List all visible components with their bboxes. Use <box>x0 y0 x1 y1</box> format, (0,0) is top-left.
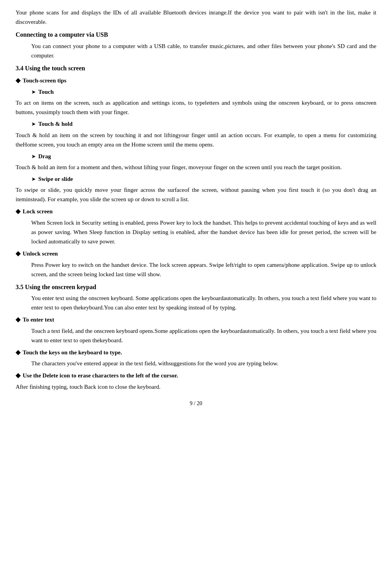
page-content: Your phone scans for and displays the ID… <box>16 8 376 408</box>
use-delete-heading: ◆ Use the Delete icon to erase character… <box>16 370 376 381</box>
lock-screen-text: When Screen lock in Security setting is … <box>31 218 376 246</box>
unlock-screen-label: Unlock screen <box>23 249 58 258</box>
to-enter-text-body: Touch a text field, and the onscreen key… <box>31 326 376 345</box>
touch-hold-label: Touch & hold <box>38 119 73 129</box>
diamond-icon-1: ◆ <box>16 75 20 86</box>
lock-screen-label: Lock screen <box>23 207 53 216</box>
intro-paragraph: Your phone scans for and displays the ID… <box>16 8 376 27</box>
use-delete-text: After finishing typing, touch Back icon … <box>16 382 376 391</box>
arrow-icon-3: ➤ <box>31 152 36 161</box>
touch-hold-arrow-item: ➤ Touch & hold <box>31 119 376 129</box>
touch-arrow-item: ➤ Touch <box>31 87 376 97</box>
arrow-icon-2: ➤ <box>31 120 36 129</box>
to-enter-text-heading: ◆ To enter text <box>16 315 376 325</box>
touch-keys-text: The characters you've entered appear in … <box>31 359 376 368</box>
touch-screen-tips-heading: ◆ Touch-screen tips <box>16 75 376 86</box>
unlock-screen-text: Press Power key to switch on the handset… <box>31 260 376 279</box>
touch-text: To act on items on the screen, such as a… <box>16 98 376 117</box>
swipe-text: To swipe or slide, you quickly move your… <box>16 185 376 204</box>
touch-hold-text: Touch & hold an item on the screen by to… <box>16 130 376 149</box>
usb-heading: Connecting to a computer via USB <box>16 30 376 40</box>
drag-text: Touch & hold an item for a moment and th… <box>16 163 376 172</box>
diamond-icon-6: ◆ <box>16 370 20 381</box>
arrow-icon-4: ➤ <box>31 175 36 184</box>
diamond-icon-3: ◆ <box>16 248 20 259</box>
touch-keys-label: Touch the keys on the keyboard to type. <box>23 348 122 357</box>
diamond-icon-4: ◆ <box>16 315 20 325</box>
touch-label: Touch <box>38 87 53 97</box>
onscreen-intro-text: You enter text using the onscreen keyboa… <box>31 293 376 312</box>
diamond-icon-5: ◆ <box>16 347 20 358</box>
arrow-icon-1: ➤ <box>31 88 36 97</box>
section-3-4: 3.4 Using the touch screen <box>16 63 376 73</box>
usb-text: You can connect your phone to a computer… <box>31 41 376 60</box>
swipe-label: Swipe or slide <box>38 174 73 184</box>
page-number: 9 / 20 <box>16 399 376 408</box>
use-delete-label: Use the Delete icon to erase characters … <box>23 371 178 380</box>
drag-arrow-item: ➤ Drag <box>31 152 376 161</box>
diamond-icon-2: ◆ <box>16 206 20 216</box>
touch-screen-tips-label: Touch-screen tips <box>23 76 66 85</box>
swipe-arrow-item: ➤ Swipe or slide <box>31 174 376 184</box>
lock-screen-heading: ◆ Lock screen <box>16 206 376 216</box>
section-3-5: 3.5 Using the onscreen keypad <box>16 282 376 292</box>
unlock-screen-heading: ◆ Unlock screen <box>16 248 376 259</box>
touch-keys-heading: ◆ Touch the keys on the keyboard to type… <box>16 347 376 358</box>
to-enter-text-label: To enter text <box>23 315 54 324</box>
drag-label: Drag <box>38 152 51 161</box>
